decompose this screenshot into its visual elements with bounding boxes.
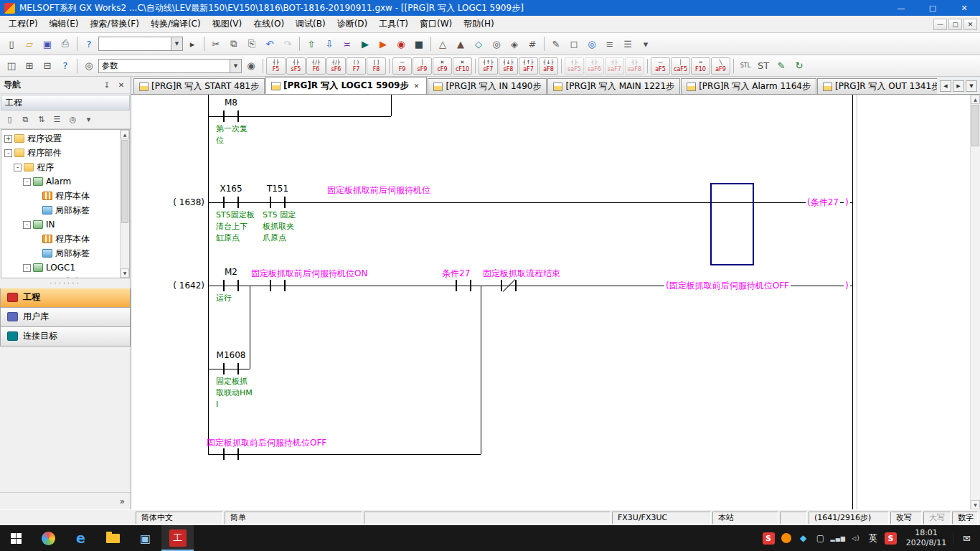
ladder-symbol-af8-button[interactable]: ┤↓├aF8 xyxy=(539,57,558,75)
rebuild-all-icon[interactable]: ▲ xyxy=(452,36,469,52)
undo-icon[interactable]: ↶ xyxy=(261,36,278,52)
ladder-symbol-f7-button[interactable]: ( )F7 xyxy=(347,57,366,75)
find-icon[interactable]: ◎ xyxy=(488,36,505,52)
search-icon[interactable]: ◎ xyxy=(65,113,80,127)
docking-help-icon[interactable]: ? xyxy=(57,57,74,74)
copy-icon[interactable]: ⧉ xyxy=(225,36,242,52)
paste-icon[interactable]: ⎘ xyxy=(243,36,260,52)
stop-monitor-icon[interactable]: ■ xyxy=(410,36,428,52)
browser-icon[interactable] xyxy=(32,525,65,551)
tree-item[interactable]: 局部标签 xyxy=(1,246,129,260)
chevron-down-icon[interactable]: ▼ xyxy=(230,60,241,72)
ladder-symbol-af9-button[interactable]: ╲aF9 xyxy=(711,57,730,75)
read-from-plc-icon[interactable]: ⇩ xyxy=(321,36,338,52)
tab[interactable]: [PRG]R 写入 MAIN 1221步 xyxy=(547,78,680,94)
ladder-symbol-saf5-button[interactable]: ┤├saF5 xyxy=(565,57,584,75)
stl-instruction-icon[interactable]: STL xyxy=(737,57,754,74)
function-block-window-icon[interactable]: ⊞ xyxy=(21,57,38,74)
pin-icon[interactable]: ↧ xyxy=(101,80,113,91)
sogou-tray-icon[interactable]: S xyxy=(763,532,775,545)
ladder-edit-mode-icon[interactable]: ✎ xyxy=(547,36,565,52)
scroll-up-icon[interactable]: ▲ xyxy=(121,130,129,139)
inline-st-icon[interactable]: ST xyxy=(755,57,772,74)
save-icon[interactable]: ▣ xyxy=(39,36,56,52)
ladder-symbol-caf5-button[interactable]: │caF5 xyxy=(671,57,690,75)
combo-go-icon[interactable]: ▸ xyxy=(184,36,201,52)
ladder-contact[interactable] xyxy=(270,197,286,208)
tab[interactable]: [PRG]R 写入 START 481步 xyxy=(133,78,265,94)
cross-reference-icon[interactable]: # xyxy=(524,36,541,52)
taskbar-clock[interactable]: 18:01 2020/8/11 xyxy=(900,528,953,548)
ladder-symbol-sf8-button[interactable]: ┤↓├sF8 xyxy=(499,57,518,75)
edit-ladder-icon[interactable]: ✎ xyxy=(773,57,790,74)
tree-item[interactable]: -程序部件 xyxy=(1,146,129,160)
expander-icon[interactable]: - xyxy=(23,264,31,272)
copy-item-icon[interactable]: ⧉ xyxy=(18,113,33,127)
verify-with-plc-icon[interactable]: ≍ xyxy=(339,36,356,52)
ladder-contact[interactable] xyxy=(223,280,239,291)
ladder-contact-nc[interactable] xyxy=(501,280,517,291)
ladder-symbol-sf7-button[interactable]: ┤↑├sF7 xyxy=(479,57,498,75)
redo-icon[interactable]: ↷ xyxy=(279,36,296,52)
ladder-symbol-af5-button[interactable]: —aF5 xyxy=(651,57,670,75)
close-icon[interactable]: ✕ xyxy=(116,80,127,91)
read-mode-icon[interactable]: ◻ xyxy=(565,36,583,52)
tree-item[interactable]: -LOGC1 xyxy=(1,260,129,275)
new-item-icon[interactable]: ▯ xyxy=(2,113,17,127)
ladder-contact[interactable] xyxy=(270,280,286,291)
ladder-symbol-f6-button[interactable]: ┤/├F6 xyxy=(306,57,326,75)
gx-works2-taskbar-icon[interactable]: 工 xyxy=(161,525,194,551)
sidebar-tab-user-library[interactable]: 用户库 xyxy=(0,308,131,327)
tree-item[interactable]: -Alarm xyxy=(1,174,129,189)
tab[interactable]: [PRG]R 写入 Alarm 1164步 xyxy=(681,78,816,94)
settings-icon[interactable]: ▾ xyxy=(81,113,96,127)
monitor-mode-icon[interactable]: ▶ xyxy=(357,36,374,52)
expander-icon[interactable]: - xyxy=(23,178,31,186)
mdi-restore-button[interactable]: ▢ xyxy=(948,19,962,30)
edge-icon[interactable]: e xyxy=(65,525,97,551)
tree-item[interactable]: 程序本体 xyxy=(1,275,129,278)
ladder-symbol-cf9-button[interactable]: ✕cF9 xyxy=(433,57,452,75)
cut-icon[interactable]: ✂ xyxy=(207,36,225,52)
sort-icon[interactable]: ⇅ xyxy=(34,113,49,127)
file-explorer-icon[interactable] xyxy=(97,525,129,551)
scrollbar-thumb[interactable] xyxy=(971,105,979,146)
ladder-symbol-f9-button[interactable]: —F9 xyxy=(392,57,412,75)
sidebar-tab-project[interactable]: 工程 xyxy=(0,288,131,308)
zoom-icon[interactable]: ◎ xyxy=(583,36,600,52)
sidebar-collapse-icon[interactable]: » xyxy=(120,496,125,507)
start-button[interactable] xyxy=(0,525,32,551)
help-icon[interactable]: ? xyxy=(80,36,98,52)
tree-scrollbar[interactable]: ▲ ▼ xyxy=(120,130,129,278)
menu-item[interactable]: 工具(T) xyxy=(373,16,414,32)
output-window-icon[interactable]: ⊟ xyxy=(39,57,56,74)
menu-item[interactable]: 编辑(E) xyxy=(44,16,85,32)
tree-item[interactable]: -IN xyxy=(1,217,129,232)
tab[interactable]: [PRG]R 写入 OUT 1341步 xyxy=(817,78,937,94)
tree-item[interactable]: -程序 xyxy=(1,160,129,174)
maximize-button[interactable]: ▢ xyxy=(917,0,948,16)
expander-icon[interactable]: - xyxy=(23,221,31,229)
toolbar-options-icon[interactable]: ▾ xyxy=(637,36,654,52)
ladder-symbol-sf5-button[interactable]: ┤├sF5 xyxy=(286,57,306,75)
scroll-down-icon[interactable]: ▼ xyxy=(121,268,129,278)
ladder-symbol-f8-button[interactable]: [ ]F8 xyxy=(367,57,386,75)
ladder-contact[interactable] xyxy=(456,280,471,291)
expander-icon[interactable]: - xyxy=(4,149,12,157)
mdi-minimize-button[interactable]: — xyxy=(933,19,947,30)
tab[interactable]: [PRG]R 写入 IN 1490步 xyxy=(428,78,547,94)
start-monitor-icon[interactable]: ◉ xyxy=(392,36,410,52)
volume-icon[interactable]: ◁) xyxy=(847,535,864,542)
expander-icon[interactable]: + xyxy=(4,135,12,143)
mdi-close-button[interactable]: ✕ xyxy=(963,19,977,30)
scroll-up-icon[interactable]: ▲ xyxy=(971,95,980,104)
tree-item[interactable]: 局部标签 xyxy=(1,203,129,217)
tab-menu-icon[interactable]: ▼ xyxy=(966,80,977,92)
replace-icon[interactable]: ◈ xyxy=(506,36,523,52)
menu-item[interactable]: 转换/编译(C) xyxy=(145,16,207,32)
toolbar-combobox[interactable]: ▼ xyxy=(98,37,183,51)
menu-item[interactable]: 诊断(D) xyxy=(331,16,374,32)
signal-icon[interactable]: ▂▄▆ xyxy=(829,535,847,542)
close-icon[interactable]: ✕ xyxy=(411,81,421,91)
sidebar-tab-connection[interactable]: 连接目标 xyxy=(0,327,131,347)
